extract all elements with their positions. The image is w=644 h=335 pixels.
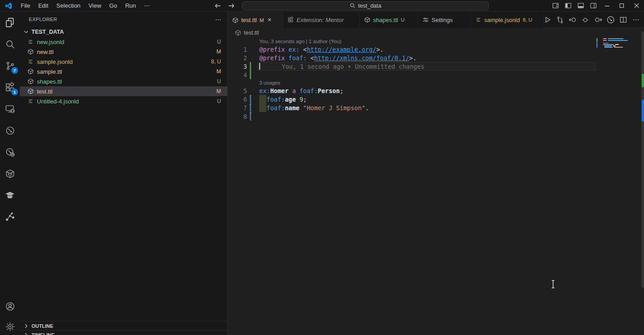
ttl-file-icon (27, 68, 34, 75)
command-center-search[interactable]: test_data (242, 1, 489, 10)
mentor-cap-icon[interactable] (0, 184, 20, 206)
code-line-8[interactable]: 8 (228, 112, 644, 121)
git-badge: M (216, 49, 221, 55)
tab-bar: test.ttl M ✕ Extension: Mentor shapes.tt… (228, 12, 644, 28)
minimize-icon[interactable] (599, 0, 614, 12)
tab-git-badge: M (260, 18, 264, 23)
sliders-icon (423, 17, 429, 23)
outline-section-header[interactable]: OUTLINE (20, 321, 227, 330)
file-row-shapes-ttl[interactable]: shapes.ttl U (20, 76, 227, 86)
split-editor-icon[interactable] (618, 15, 628, 25)
query-circle-icon[interactable] (0, 120, 20, 141)
menu-go[interactable]: Go (105, 0, 121, 12)
search-icon-activity[interactable] (0, 33, 20, 55)
compare-changes-icon[interactable] (555, 15, 565, 25)
menu-edit[interactable]: Edit (34, 0, 52, 12)
jsonld-file-icon (475, 17, 482, 23)
ttl-file-icon (27, 49, 34, 55)
editor-actions (543, 12, 640, 28)
mouse-ibeam-cursor (550, 279, 556, 289)
sidebar-title: EXPLORER (29, 17, 57, 22)
forward-arrow-icon[interactable] (228, 2, 235, 9)
code-line-5[interactable]: 5 ex:Homer a foaf:Person; (228, 86, 644, 95)
jsonld-file-icon (27, 58, 34, 65)
scm-badge: 7 (11, 67, 18, 74)
query-at-circle-icon[interactable] (0, 141, 20, 163)
run-query-icon[interactable] (606, 15, 615, 25)
tab-extension-mentor[interactable]: Extension: Mentor (283, 12, 360, 28)
file-row-sample-ttl[interactable]: sample.ttl M (20, 67, 227, 76)
codelens-authors[interactable]: You, 3 seconds ago | 1 author (You) (228, 38, 644, 45)
tab-test-ttl[interactable]: test.ttl M ✕ (228, 12, 283, 28)
file-row-test-ttl[interactable]: test.ttl M (20, 86, 227, 96)
more-actions-icon[interactable] (631, 15, 640, 25)
settings-gear-icon[interactable] (0, 318, 20, 335)
folder-test-data[interactable]: TEST_DATA (20, 27, 227, 37)
tab-sample-jsonld[interactable]: sample.jsonld 8, U (471, 12, 544, 28)
file-row-sample-jsonld[interactable]: sample.jsonld 8, U (20, 57, 227, 67)
codelens-usages[interactable]: 3 usages (228, 79, 644, 86)
minimap-added-marker (596, 38, 598, 42)
sidebar-header: EXPLORER ⋯ (20, 12, 227, 27)
tab-shapes-ttl[interactable]: shapes.ttl U (360, 12, 418, 28)
gutter-added-marker (250, 62, 251, 71)
customize-layout-icon[interactable] (549, 0, 562, 12)
extensions-badge: 1 (11, 89, 18, 95)
code-line-2[interactable]: 2 @prefix foaf: <http://xmlns.com/foaf/0… (228, 54, 644, 62)
ttl-file-icon (364, 17, 370, 23)
explorer-icon[interactable] (0, 12, 20, 33)
gutter-modified-marker (250, 95, 251, 103)
gutter-added-marker (250, 71, 251, 79)
menu-more[interactable]: ⋯ (140, 0, 154, 12)
remote-explorer-icon[interactable] (0, 98, 20, 120)
ttl-file-icon (27, 88, 34, 94)
menu-selection[interactable]: Selection (52, 0, 84, 12)
search-icon (350, 3, 356, 9)
code-line-4[interactable]: 4 (228, 71, 644, 79)
chevron-right-icon (23, 331, 30, 335)
maximize-icon[interactable] (614, 0, 629, 12)
toggle-sidebar-left-icon[interactable] (562, 0, 574, 12)
toggle-sidebar-right-icon[interactable] (587, 0, 599, 12)
file-row-untitled-4-jsonld[interactable]: Untitled-4.jsonld U (20, 96, 227, 106)
breadcrumb[interactable]: test.ttl (228, 28, 644, 38)
back-arrow-icon[interactable] (214, 2, 221, 9)
search-value: test_data (358, 3, 381, 9)
timeline-section-header[interactable]: TIMELINE (20, 330, 227, 335)
source-control-icon[interactable]: 7 (0, 55, 20, 76)
code-line-6[interactable]: 6 foaf:age 9; (228, 95, 644, 103)
menu-run[interactable]: Run (121, 0, 140, 12)
close-icon[interactable] (629, 0, 644, 12)
code-editor[interactable]: You, 3 seconds ago | 1 author (You) 1 @p… (228, 38, 644, 335)
vscode-window: File Edit Selection View Go Run ⋯ test_d… (0, 0, 644, 335)
git-badge: U (217, 39, 221, 45)
gutter-modified-marker (250, 103, 251, 112)
ttl-file-icon (232, 17, 239, 23)
problems-git-badge: 8, U (211, 58, 221, 65)
text-caret (259, 63, 260, 70)
tab-close-icon[interactable]: ✕ (267, 17, 271, 23)
tab-settings[interactable]: Settings (418, 12, 471, 28)
file-row-new-jsonld[interactable]: new.jsonld U (20, 37, 227, 47)
toggle-panel-bottom-icon[interactable] (574, 0, 587, 12)
gutter-modified-marker (250, 112, 251, 121)
container-icon[interactable] (0, 163, 20, 184)
prev-reference-icon[interactable] (568, 15, 577, 25)
breadcrumb-file: test.ttl (244, 30, 259, 36)
reference-icon[interactable] (581, 15, 590, 25)
menu-view[interactable]: View (85, 0, 105, 12)
file-row-new-ttl[interactable]: new.ttl M (20, 47, 227, 57)
share-graph-icon[interactable] (0, 206, 20, 228)
vscode-logo-icon (5, 2, 12, 9)
tab-git-badge: U (401, 17, 405, 22)
run-icon[interactable] (543, 15, 552, 25)
menu-file[interactable]: File (17, 0, 34, 12)
extensions-icon[interactable]: 1 (0, 76, 20, 98)
code-line-7[interactable]: 7 foaf:name "Homer J Simpson". (228, 103, 644, 112)
code-line-3[interactable]: 3 You, 1 second ago • Uncommitted change… (228, 62, 644, 71)
next-reference-icon[interactable] (593, 15, 603, 25)
titlebar: File Edit Selection View Go Run ⋯ test_d… (0, 0, 644, 12)
code-line-1[interactable]: 1 @prefix ex: <http://example.org/>. (228, 45, 644, 54)
explorer-more-actions[interactable]: ⋯ (215, 16, 222, 23)
account-icon[interactable] (0, 295, 20, 317)
